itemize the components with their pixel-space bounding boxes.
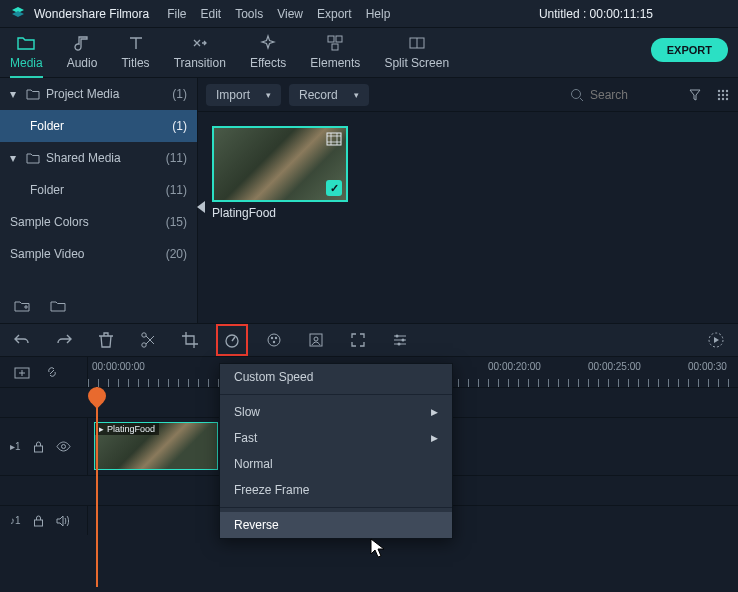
splitscreen-icon <box>408 34 426 52</box>
folder-icon <box>26 88 40 100</box>
menu-file[interactable]: File <box>167 7 186 21</box>
search-input[interactable] <box>590 88 670 102</box>
tab-label: Elements <box>310 56 360 70</box>
speaker-icon[interactable] <box>56 515 70 527</box>
green-screen-icon[interactable] <box>306 330 326 350</box>
record-label: Record <box>299 88 338 102</box>
svg-point-18 <box>268 334 280 346</box>
eye-icon[interactable] <box>56 441 71 452</box>
sidebar-item-project-media[interactable]: ▾ Project Media (1) <box>0 78 197 110</box>
svg-point-19 <box>271 337 273 339</box>
new-folder-icon[interactable] <box>14 299 30 313</box>
clip-badge: ▸ PlatingFood <box>95 423 159 435</box>
menu-item-label: Normal <box>234 457 273 471</box>
tab-effects[interactable]: Effects <box>250 34 286 78</box>
menu-item-normal[interactable]: Normal <box>220 451 452 477</box>
elements-icon <box>326 34 344 52</box>
svg-point-8 <box>718 93 720 95</box>
tab-label: Split Screen <box>384 56 449 70</box>
sidebar-item-count: (20) <box>166 247 187 261</box>
folder-icon <box>26 152 40 164</box>
media-clip[interactable]: ✓ PlatingFood <box>212 126 348 220</box>
settings-sliders-icon[interactable] <box>390 330 410 350</box>
grid-view-icon[interactable] <box>716 88 730 102</box>
redo-icon[interactable] <box>54 330 74 350</box>
tab-titles[interactable]: Titles <box>121 34 149 78</box>
sidebar-item-count: (1) <box>172 87 187 101</box>
import-dropdown[interactable]: Import▾ <box>206 84 281 106</box>
folder-icon[interactable] <box>50 299 66 313</box>
sidebar-item-folder[interactable]: Folder (1) <box>0 110 197 142</box>
menu-item-freeze-frame[interactable]: Freeze Frame <box>220 477 452 503</box>
media-grid: ✓ PlatingFood <box>198 112 738 234</box>
sidebar-item-count: (11) <box>166 151 187 165</box>
ruler-tick: 00:00:20:00 <box>488 361 541 372</box>
filter-icon[interactable] <box>688 88 702 102</box>
tab-audio[interactable]: Audio <box>67 34 98 78</box>
menu-view[interactable]: View <box>277 7 303 21</box>
lock-icon[interactable] <box>33 440 44 453</box>
lock-icon[interactable] <box>33 514 44 527</box>
menu-item-custom-speed[interactable]: Custom Speed <box>220 364 452 390</box>
chevron-down-icon: ▾ <box>10 151 20 165</box>
clip-thumbnail[interactable]: ✓ <box>212 126 348 202</box>
color-icon[interactable] <box>264 330 284 350</box>
tab-label: Titles <box>121 56 149 70</box>
sidebar-item-shared-media[interactable]: ▾ Shared Media (11) <box>0 142 197 174</box>
menu-item-reverse[interactable]: Reverse <box>220 512 452 538</box>
render-icon[interactable] <box>706 330 726 350</box>
svg-point-24 <box>396 335 399 338</box>
titlebar: Wondershare Filmora File Edit Tools View… <box>0 0 738 28</box>
clip-name: PlatingFood <box>107 424 155 434</box>
ruler-tick: 00:00:25:00 <box>588 361 641 372</box>
svg-point-25 <box>402 339 405 342</box>
split-icon[interactable] <box>138 330 158 350</box>
svg-point-30 <box>61 445 65 449</box>
svg-point-12 <box>722 97 724 99</box>
text-icon <box>127 34 145 52</box>
sidebar-item-sample-video[interactable]: Sample Video (20) <box>0 238 197 270</box>
check-icon: ✓ <box>326 180 342 196</box>
delete-icon[interactable] <box>96 330 116 350</box>
collapse-sidebar-icon[interactable] <box>197 201 205 213</box>
tab-elements[interactable]: Elements <box>310 34 360 78</box>
menu-item-label: Fast <box>234 431 257 445</box>
tab-splitscreen[interactable]: Split Screen <box>384 34 449 78</box>
timeline-clip[interactable]: ▸ PlatingFood <box>94 422 218 470</box>
search-box[interactable] <box>570 88 670 102</box>
sidebar-item-sample-colors[interactable]: Sample Colors (15) <box>0 206 197 238</box>
workspace: ▾ Project Media (1) Folder (1) ▾ Shared … <box>0 78 738 323</box>
music-icon <box>73 34 91 52</box>
record-dropdown[interactable]: Record▾ <box>289 84 369 106</box>
menu-item-fast[interactable]: Fast▶ <box>220 425 452 451</box>
svg-rect-22 <box>310 334 322 346</box>
link-icon[interactable] <box>44 364 60 380</box>
top-toolbar: Media Audio Titles Transition Effects El… <box>0 28 738 78</box>
export-button[interactable]: EXPORT <box>651 38 728 62</box>
menu-help[interactable]: Help <box>366 7 391 21</box>
undo-icon[interactable] <box>12 330 32 350</box>
menu-item-label: Freeze Frame <box>234 483 309 497</box>
sidebar-item-label: Folder <box>30 119 172 133</box>
svg-point-26 <box>398 343 401 346</box>
sidebar-item-folder[interactable]: Folder (11) <box>0 174 197 206</box>
import-label: Import <box>216 88 250 102</box>
menu-export[interactable]: Export <box>317 7 352 21</box>
track-label: ♪1 <box>10 515 21 526</box>
playhead-line[interactable] <box>96 387 98 587</box>
svg-point-5 <box>718 89 720 91</box>
menu-edit[interactable]: Edit <box>201 7 222 21</box>
tab-media[interactable]: Media <box>10 34 43 78</box>
crop-icon[interactable] <box>180 330 200 350</box>
app-name: Wondershare Filmora <box>34 7 149 21</box>
search-icon <box>570 88 584 102</box>
svg-point-23 <box>314 337 318 341</box>
menu-item-slow[interactable]: Slow▶ <box>220 399 452 425</box>
menu-tools[interactable]: Tools <box>235 7 263 21</box>
menu-separator <box>220 507 452 508</box>
speed-icon[interactable] <box>222 330 242 350</box>
play-icon: ▸ <box>99 424 104 434</box>
expand-icon[interactable] <box>348 330 368 350</box>
add-track-icon[interactable] <box>14 365 30 379</box>
tab-transition[interactable]: Transition <box>174 34 226 78</box>
